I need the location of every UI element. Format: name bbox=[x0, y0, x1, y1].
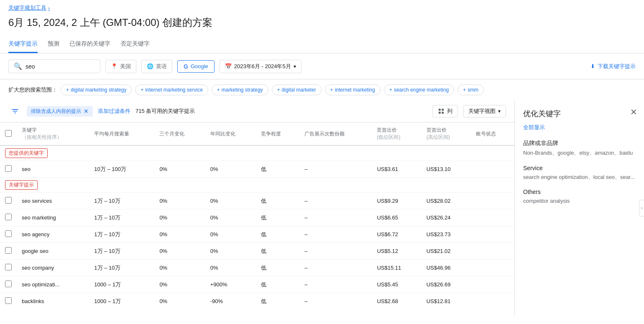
section-header-row: 关键字提示 bbox=[0, 178, 514, 193]
row-competition: 低 bbox=[256, 276, 299, 293]
search-box[interactable]: 🔍 bbox=[8, 59, 100, 73]
row-bid-high: US$28.02 bbox=[422, 193, 471, 209]
row-keyword: google seo bbox=[17, 243, 89, 260]
expand-chip-label-0: digital marketing strategy bbox=[71, 87, 126, 93]
expand-chip-1[interactable]: + internet marketing service bbox=[135, 84, 208, 95]
download-label: 下载关键字提示 bbox=[598, 63, 636, 70]
expand-chip-5[interactable]: + search engine marketing bbox=[384, 84, 454, 95]
search-input[interactable] bbox=[26, 63, 88, 70]
kw-view-btn[interactable]: 关键字视图 ▾ bbox=[463, 105, 506, 117]
search-icon: 🔍 bbox=[14, 62, 22, 70]
row-keyword: seo agency bbox=[17, 226, 89, 243]
location-chip[interactable]: 📍 美国 bbox=[105, 60, 136, 73]
table-row: seo marketing1万 – 10万0%0%低–US$6.65US$26.… bbox=[0, 209, 514, 226]
row-bid-low: US$2.68 bbox=[372, 293, 421, 309]
tab-saved[interactable]: 已保存的关键字 bbox=[69, 36, 110, 53]
row-keyword: seo marketing bbox=[17, 209, 89, 226]
column-btn[interactable]: 列 bbox=[432, 105, 458, 117]
language-chip[interactable]: 🌐 英语 bbox=[141, 60, 172, 73]
row-yoy: 0% bbox=[205, 243, 256, 260]
expand-chip-label-4: internet marketing bbox=[335, 87, 375, 93]
row-yoy: 0% bbox=[205, 193, 256, 209]
grid-icon bbox=[438, 108, 445, 115]
row-checkbox[interactable] bbox=[0, 243, 17, 260]
row-3month: 0% bbox=[154, 226, 205, 243]
row-account bbox=[471, 209, 514, 226]
breadcrumb[interactable]: 关键字规划工具 › bbox=[0, 0, 644, 14]
cat-others-items: competitor analysis bbox=[523, 197, 636, 205]
row-checkbox[interactable] bbox=[0, 209, 17, 226]
row-monthly: 1万 – 10万 bbox=[89, 226, 154, 243]
row-bid-high: US$26.69 bbox=[422, 276, 471, 293]
table-row: seo company1万 – 10万0%0%低–US$15.11US$46.9… bbox=[0, 260, 514, 276]
plus-icon-3: + bbox=[277, 87, 280, 93]
row-impressions: – bbox=[299, 293, 372, 309]
language-icon: 🌐 bbox=[147, 63, 153, 69]
row-checkbox[interactable] bbox=[0, 226, 17, 243]
date-chip[interactable]: 📅 2023年6月 - 2024年5月 ▾ bbox=[220, 60, 302, 73]
row-checkbox[interactable] bbox=[0, 260, 17, 276]
table-toolbar: 排除含成人内容的提示 ✕ 添加过滤条件 715 条可用的关键字提示 列 关键字视… bbox=[0, 100, 514, 122]
row-checkbox[interactable] bbox=[0, 161, 17, 178]
count-text: 715 条可用的关键字提示 bbox=[135, 107, 195, 115]
expand-chip-4[interactable]: + internet marketing bbox=[325, 84, 381, 95]
table-section: 排除含成人内容的提示 ✕ 添加过滤条件 715 条可用的关键字提示 列 关键字视… bbox=[0, 100, 514, 316]
row-3month: 0% bbox=[154, 293, 205, 309]
tab-forecast[interactable]: 预测 bbox=[48, 36, 59, 53]
tab-suggestions[interactable]: 关键字提示 bbox=[8, 36, 38, 53]
filter-bar: 🔍 📍 美国 🌐 英语 G Google 📅 2023年6月 - 2024年5月… bbox=[0, 54, 644, 79]
sidebar-toggle-right[interactable]: › bbox=[639, 200, 644, 217]
row-yoy: -90% bbox=[205, 293, 256, 309]
row-impressions: – bbox=[299, 226, 372, 243]
language-label: 英语 bbox=[156, 63, 167, 70]
kw-view-label: 关键字视图 bbox=[468, 107, 496, 115]
table-wrapper[interactable]: 关键字（按相关性排序） 平均每月搜索量 三个月变化 年同比变化 竞争程度 广告展… bbox=[0, 122, 514, 309]
table-row: seo optimizati...1000 – 1万0%+900%低–US$5.… bbox=[0, 276, 514, 293]
row-monthly: 1万 – 10万 bbox=[89, 193, 154, 209]
row-impressions: – bbox=[299, 193, 372, 209]
row-keyword: seo bbox=[17, 161, 89, 178]
col-impressions: 广告展示次数份额 bbox=[299, 122, 372, 145]
row-bid-high: US$12.81 bbox=[422, 293, 471, 309]
row-bid-high: US$13.10 bbox=[422, 161, 471, 178]
row-checkbox[interactable] bbox=[0, 293, 17, 309]
cat-service-title: Service bbox=[523, 165, 636, 171]
row-3month: 0% bbox=[154, 243, 205, 260]
row-checkbox[interactable] bbox=[0, 276, 17, 293]
calendar-icon: 📅 bbox=[225, 63, 232, 69]
row-impressions: – bbox=[299, 243, 372, 260]
row-monthly: 1万 – 10万 bbox=[89, 209, 154, 226]
row-keyword: seo services bbox=[17, 193, 89, 209]
main-content: 排除含成人内容的提示 ✕ 添加过滤条件 715 条可用的关键字提示 列 关键字视… bbox=[0, 100, 644, 316]
row-account bbox=[471, 226, 514, 243]
row-bid-high: US$21.02 bbox=[422, 243, 471, 260]
row-yoy: 0% bbox=[205, 226, 256, 243]
date-range-label: 2023年6月 - 2024年5月 bbox=[234, 63, 291, 70]
tabs-bar: 关键字提示 预测 已保存的关键字 否定关键字 bbox=[0, 36, 644, 54]
sidebar-category-service: Service search engine optimization、local… bbox=[523, 165, 636, 181]
col-3month: 三个月变化 bbox=[154, 122, 205, 145]
table-row: seo10万 – 100万0%0%低–US$3.61US$13.10 bbox=[0, 161, 514, 178]
filter-tag-label: 排除含成人内容的提示 bbox=[31, 108, 81, 115]
select-all-checkbox[interactable] bbox=[5, 130, 12, 137]
filter-tag-close[interactable]: ✕ bbox=[84, 108, 89, 115]
col-yoy: 年同比变化 bbox=[205, 122, 256, 145]
section-label: 您提供的关键字 bbox=[5, 148, 48, 158]
add-filter-btn[interactable]: 添加过滤条件 bbox=[98, 107, 130, 115]
expand-chip-2[interactable]: + marketing strategy bbox=[212, 84, 268, 95]
expand-chip-3[interactable]: + digital marketer bbox=[272, 84, 322, 95]
engine-chip[interactable]: G Google bbox=[177, 60, 215, 73]
cat-service-items: search engine optimization、local seo、sea… bbox=[523, 173, 636, 181]
sidebar-close-btn[interactable]: ✕ bbox=[630, 107, 637, 117]
show-all-link[interactable]: 全部显示 bbox=[523, 124, 636, 131]
download-button[interactable]: ⬇ 下载关键字提示 bbox=[590, 63, 636, 70]
row-checkbox[interactable] bbox=[0, 193, 17, 209]
location-label: 美国 bbox=[120, 63, 131, 70]
expand-chip-6[interactable]: + smm bbox=[457, 84, 484, 95]
cat-brand-title: 品牌或非品牌 bbox=[523, 140, 636, 147]
row-bid-low: US$9.29 bbox=[372, 193, 421, 209]
expand-chip-0[interactable]: + digital marketing strategy bbox=[61, 84, 132, 95]
row-keyword: seo company bbox=[17, 260, 89, 276]
tab-negative[interactable]: 否定关键字 bbox=[120, 36, 150, 53]
filter-icon-btn[interactable] bbox=[8, 105, 22, 118]
